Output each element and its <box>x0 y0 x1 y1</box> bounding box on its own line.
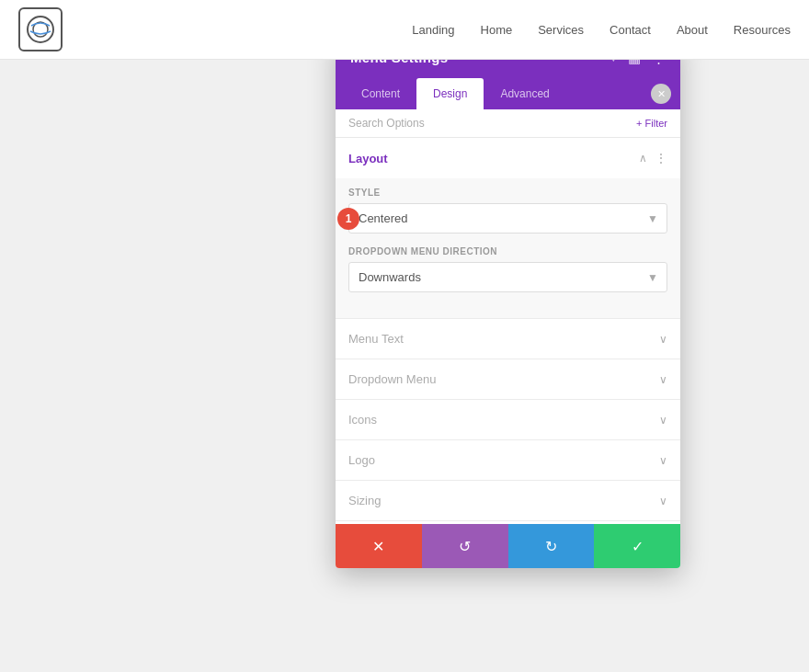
panel-tabs-row: Content Design Advanced ✕ <box>336 78 680 109</box>
tab-content[interactable]: Content <box>345 78 416 109</box>
dropdown-direction-select[interactable]: Downwards Upwards <box>348 262 667 292</box>
redo-icon: ↻ <box>545 538 557 555</box>
tab-design[interactable]: Design <box>416 78 484 109</box>
menu-text-chevron-icon: ∨ <box>659 333 667 346</box>
nav-home[interactable]: Home <box>481 23 513 37</box>
dropdown-menu-chevron-icon: ∨ <box>659 373 667 386</box>
search-options-label[interactable]: Search Options <box>348 117 425 130</box>
filter-button[interactable]: + Filter <box>636 118 667 129</box>
nav-landing[interactable]: Landing <box>412 23 454 37</box>
close-panel-button[interactable]: ✕ <box>651 84 671 104</box>
icons-title: Icons <box>348 413 377 427</box>
dropdown-menu-section: Dropdown Menu ∨ <box>336 359 680 400</box>
layout-section-icons: ∧ ⋮ <box>639 151 667 165</box>
nav-about[interactable]: About <box>677 23 708 37</box>
logo <box>18 7 63 51</box>
logo-chevron-icon: ∨ <box>659 454 667 467</box>
dropdown-direction-wrapper: Downwards Upwards ▼ <box>348 262 667 292</box>
menu-settings-panel: Menu Settings ⌖ ▦ ⋮ Content Design Advan… <box>336 37 680 568</box>
layout-section: Layout ∧ ⋮ Style 1 Centered Left Aligned… <box>336 138 680 319</box>
layout-more-icon[interactable]: ⋮ <box>655 151 667 165</box>
sizing-section: Sizing ∨ <box>336 481 680 521</box>
top-navigation: Landing Home Services Contact About Reso… <box>0 0 809 60</box>
nav-links: Landing Home Services Contact About Reso… <box>412 23 791 37</box>
cancel-button[interactable]: ✕ <box>336 524 422 568</box>
svg-point-0 <box>28 17 53 42</box>
cancel-icon: ✕ <box>372 538 384 555</box>
dropdown-menu-header[interactable]: Dropdown Menu ∨ <box>336 359 680 399</box>
style-select-wrapper: 1 Centered Left Aligned Right Aligned ▼ <box>348 203 667 233</box>
menu-text-title: Menu Text <box>348 332 404 346</box>
icons-chevron-icon: ∨ <box>659 414 667 427</box>
tab-advanced[interactable]: Advanced <box>484 78 565 109</box>
search-bar: Search Options + Filter <box>336 109 680 138</box>
sizing-header[interactable]: Sizing ∨ <box>336 481 680 520</box>
layout-chevron-up-icon: ∧ <box>639 152 647 165</box>
layout-section-header[interactable]: Layout ∧ ⋮ <box>336 138 680 178</box>
layout-section-title: Layout <box>348 152 388 165</box>
icons-header[interactable]: Icons ∨ <box>336 400 680 439</box>
icons-section: Icons ∨ <box>336 400 680 440</box>
logo-section: Logo ∨ <box>336 440 680 481</box>
dropdown-direction-label: Dropdown Menu Direction <box>348 246 667 256</box>
nav-resources[interactable]: Resources <box>734 23 791 37</box>
redo-button[interactable]: ↻ <box>508 524 595 568</box>
section-list: Layout ∧ ⋮ Style 1 Centered Left Aligned… <box>336 138 680 524</box>
menu-text-header[interactable]: Menu Text ∨ <box>336 319 680 359</box>
style-select[interactable]: Centered Left Aligned Right Aligned <box>348 203 667 233</box>
nav-contact[interactable]: Contact <box>610 23 651 37</box>
style-badge: 1 <box>337 208 359 230</box>
menu-text-section: Menu Text ∨ <box>336 319 680 359</box>
layout-section-content: Style 1 Centered Left Aligned Right Alig… <box>336 178 680 318</box>
tab-close-area: ✕ <box>651 84 671 104</box>
reset-icon: ↺ <box>459 538 471 555</box>
dropdown-menu-title: Dropdown Menu <box>348 372 436 386</box>
logo-title: Logo <box>348 453 375 467</box>
sizing-chevron-icon: ∨ <box>659 495 667 507</box>
reset-button[interactable]: ↺ <box>422 524 508 568</box>
action-bar: ✕ ↺ ↻ ✓ <box>336 524 680 568</box>
logo-header[interactable]: Logo ∨ <box>336 440 680 480</box>
sizing-title: Sizing <box>348 494 381 507</box>
confirm-icon: ✓ <box>632 538 644 555</box>
style-field-label: Style <box>348 188 667 198</box>
confirm-button[interactable]: ✓ <box>594 524 680 568</box>
nav-services[interactable]: Services <box>538 23 584 37</box>
